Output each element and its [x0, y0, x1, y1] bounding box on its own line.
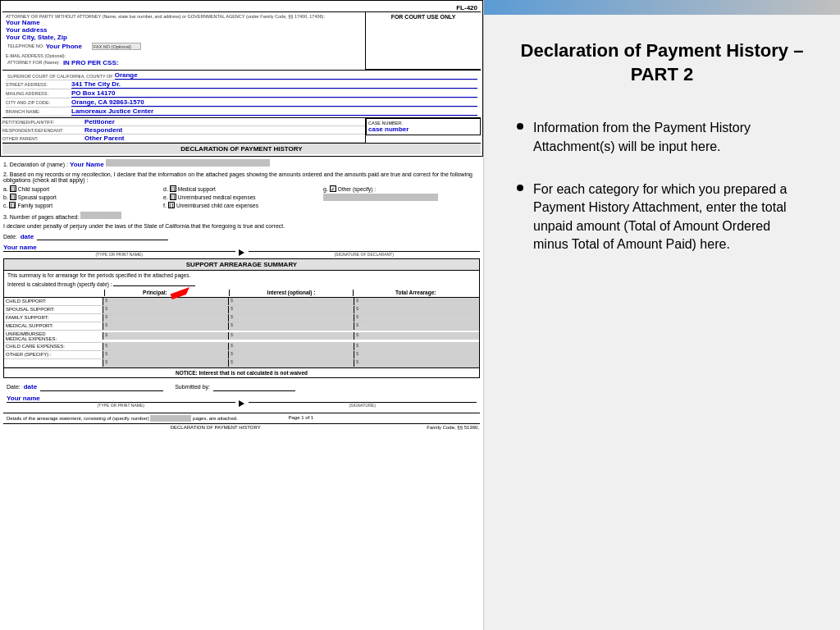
- signature-area-2: Your name (TYPE OR PRINT NAME) (SIGNATUR…: [7, 393, 477, 408]
- slide-content: Declaration of Payment History – PART 2 …: [484, 15, 840, 630]
- medical-interest: $: [228, 322, 354, 330]
- branch-row: BRANCH NAME: Lamoreaux Justice Center: [6, 107, 477, 116]
- declaration-title: DECLARATION OF PAYMENT HISTORY: [2, 143, 481, 154]
- mailing-value: PO Box 14170: [71, 89, 477, 98]
- empty-row: $ $ $: [4, 359, 479, 368]
- checkbox-c-box[interactable]: [ ]: [9, 202, 16, 208]
- date-row-2: Date: date Submitted by:: [7, 383, 477, 391]
- respondent-label: RESPONDENT/DEFENDANT:: [2, 128, 84, 133]
- phone-row: TELEPHONE NO: Your Phone FAX NO (Optiona…: [6, 43, 362, 52]
- bottom-section: Date: date Submitted by: Your name (TYPE…: [3, 380, 480, 411]
- attorney-info: ATTORNEY OR PARTY WITHOUT ATTORNEY (Name…: [2, 12, 366, 70]
- date-value-1: date: [21, 233, 34, 240]
- petitioner-value: Petitioner: [84, 118, 115, 126]
- child-care-total: $: [354, 343, 479, 350]
- slide-top-bar: [484, 0, 840, 15]
- medical-total: $: [354, 322, 479, 330]
- footer-left: Details of the arrearage statement, cons…: [7, 415, 313, 422]
- checkbox-section: a. [ ] Child support b. [ ] Spousal supp…: [3, 185, 480, 208]
- spousal-total: $: [354, 306, 479, 313]
- branch-value: Lamoreaux Justice Center: [71, 107, 477, 116]
- submitted-by-field: [213, 383, 295, 391]
- date-label-1: Date:: [3, 234, 17, 240]
- child-support-label: CHILD SUPPORT:: [4, 298, 103, 304]
- fax-box: FAX NO (Optional): [92, 43, 141, 50]
- checkbox-col-1: a. [ ] Child support b. [ ] Spousal supp…: [3, 185, 160, 208]
- summary-intro: This summary is for arrearage for the pe…: [4, 271, 479, 289]
- checkbox-d-label: Medical support: [178, 186, 216, 192]
- summary-title: SUPPORT ARREARAGE SUMMARY: [4, 259, 479, 271]
- header-attorney-section: ATTORNEY OR PARTY WITHOUT ATTORNEY (Name…: [2, 11, 481, 70]
- city-zip-label: CITY AND ZIP CODE:: [6, 100, 71, 105]
- medical-principal: $: [103, 322, 228, 330]
- spousal-support-row: SPOUSAL SUPPORT: $ $ $: [4, 306, 479, 314]
- interest-date-field: [113, 278, 195, 286]
- parties-section: PETITIONER/PLAINTIFF: Petitioner RESPOND…: [2, 117, 481, 143]
- checkbox-d-box[interactable]: [ ]: [170, 185, 176, 192]
- empty-principal: $: [103, 359, 228, 367]
- other-interest: $: [228, 351, 354, 358]
- checkbox-c-label: Family support: [17, 203, 52, 208]
- attorney-city: Your City, State, Zip: [6, 34, 362, 41]
- mailing-label: MAILING ADDRESS:: [6, 91, 71, 96]
- child-support-row: CHILD SUPPORT: $ $ $: [4, 298, 479, 306]
- family-support-row: FAMILY SUPPORT: $ $ $: [4, 314, 479, 322]
- checkbox-a-box[interactable]: [ ]: [10, 185, 16, 192]
- checkbox-b-box[interactable]: [ ]: [10, 194, 16, 200]
- summary-col-interest-header: Interest (optional) :: [229, 290, 354, 296]
- checkbox-f-box[interactable]: [ ]: [168, 202, 175, 208]
- checkbox-col-3: g. Other (specify) :: [323, 185, 480, 208]
- checkbox-b-label: Spousal support: [18, 194, 57, 200]
- empty-interest: $: [228, 359, 354, 367]
- mailing-row: MAILING ADDRESS: PO Box 14170: [6, 89, 477, 98]
- checkbox-g-label: Other (specify) :: [338, 186, 376, 192]
- item2-text: 2. Based on my records or my recollectio…: [3, 171, 480, 183]
- spousal-interest: $: [228, 306, 354, 313]
- checkbox-e-box[interactable]: [ ]: [170, 194, 176, 200]
- unreimbursed-principal: $: [103, 332, 228, 340]
- tel-label: TELEPHONE NO:: [6, 43, 46, 52]
- other-specify-box: [323, 194, 480, 201]
- unreimbursed-total: $: [354, 332, 479, 340]
- checkbox-g-box[interactable]: [330, 185, 336, 192]
- date-field-2: [40, 383, 163, 391]
- checkbox-d: d. [ ] Medical support: [163, 185, 320, 192]
- summary-header-row: Principal: Interest (optional) : Total A…: [4, 289, 479, 298]
- signature-area-right: (SIGNATURE OF DECLARANT): [249, 242, 481, 257]
- arrow-right-icon: [239, 249, 244, 256]
- child-support-interest: $: [228, 298, 354, 305]
- bullet-dot-1: [517, 123, 523, 130]
- print-name-value-2: Your name: [7, 395, 235, 402]
- checkbox-f: f. [ ] Unreimbursed child care expenses: [163, 202, 320, 208]
- city-zip-value: Orange, CA 92863-1570: [71, 98, 477, 107]
- date-field-1: [37, 232, 168, 240]
- footer-pages-text: pages, are attached.: [193, 415, 238, 420]
- total-col-label: Total Arrearage:: [395, 290, 436, 295]
- respondent-row: RESPONDENT/DEFENDANT: Respondent: [2, 126, 365, 135]
- checkbox-c: c. [ ] Family support: [3, 202, 160, 208]
- footer-page-ref: Page 1 of 1: [288, 415, 313, 420]
- checkbox-col-2: d. [ ] Medical support e. [ ] Unreimburs…: [163, 185, 320, 208]
- street-row: STREET ADDRESS: 341 The City Dr.: [6, 80, 477, 89]
- perjury-text: I declare under penalty of perjury under…: [3, 223, 480, 229]
- empty-label: [4, 362, 103, 363]
- item-2: 2. Based on my records or my recollectio…: [3, 171, 480, 208]
- bottom-title-bar: DECLARATION OF PAYMENT HISTORY Family Co…: [3, 423, 480, 431]
- child-care-interest: $: [228, 343, 354, 350]
- checkbox-a: a. [ ] Child support: [3, 185, 160, 192]
- page-footer: Details of the arrearage statement, cons…: [3, 413, 480, 423]
- checkbox-b: b. [ ] Spousal support: [3, 194, 160, 200]
- interest-col-label: Interest (optional) :: [267, 290, 316, 295]
- document-panel: FL-420 ATTORNEY OR PARTY WITHOUT ATTORNE…: [0, 0, 484, 630]
- submitted-by-label: Submitted by:: [175, 384, 210, 390]
- unreimbursed-row: UNREIMBURSED MEDICAL EXPENSES: $ $ $: [4, 331, 479, 343]
- case-number-value: case number: [368, 126, 478, 133]
- superior-court-label: SUPERIOR COURT OF CALIFORNIA, COUNTY OF: [6, 73, 115, 79]
- attorney-for-value: IN PRO PER CSS:: [63, 59, 119, 66]
- other-parent-row: OTHER PARENT: Other Parent: [2, 135, 365, 143]
- main-body: 1. Declaration of (name) : Your Name 2. …: [0, 157, 483, 433]
- child-support-total: $: [354, 298, 479, 305]
- bullet-dot-2: [517, 185, 523, 191]
- date-row-1: Date: date: [3, 232, 480, 240]
- respondent-value: Respondent: [84, 126, 122, 134]
